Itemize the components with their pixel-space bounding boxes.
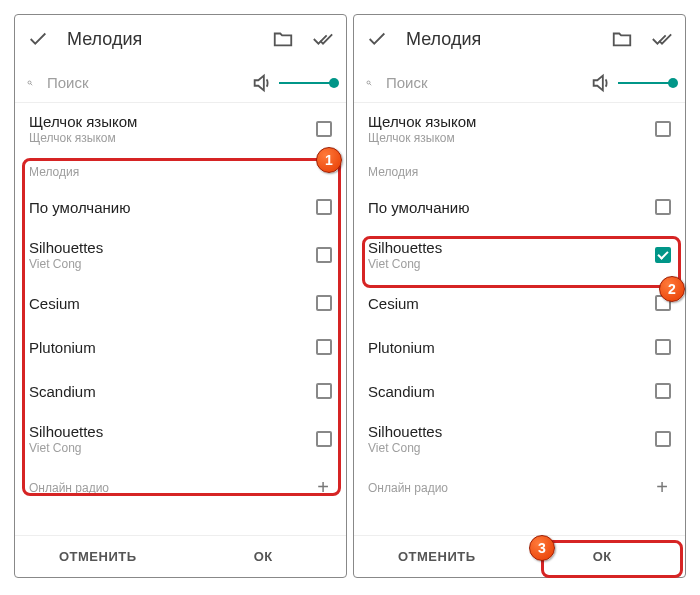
item-title: Silhouettes xyxy=(29,239,316,256)
plus-icon[interactable]: + xyxy=(314,476,332,499)
melody-list: Щелчок языком Щелчок языком Мелодия По у… xyxy=(354,103,685,535)
volume-icon xyxy=(251,72,273,94)
checkbox[interactable] xyxy=(655,383,671,399)
volume-icon xyxy=(590,72,612,94)
checkbox[interactable] xyxy=(316,295,332,311)
volume-slider[interactable] xyxy=(618,82,673,84)
search-input[interactable] xyxy=(47,74,237,91)
item-subtitle: Щелчок языком xyxy=(29,131,316,145)
section-label-melody: Мелодия xyxy=(354,155,685,185)
checkbox[interactable] xyxy=(316,431,332,447)
list-item[interactable]: По умолчанию xyxy=(15,185,346,229)
volume-control[interactable] xyxy=(251,72,334,94)
item-title: Silhouettes xyxy=(368,423,655,440)
topbar: Мелодия xyxy=(15,15,346,63)
list-item[interactable]: Silhouettes Viet Cong xyxy=(15,229,346,281)
list-item[interactable]: Scandium xyxy=(15,369,346,413)
volume-control[interactable] xyxy=(590,72,673,94)
item-title: По умолчанию xyxy=(29,199,316,216)
footer: ОТМЕНИТЬ ОК xyxy=(15,535,346,577)
item-subtitle: Щелчок языком xyxy=(368,131,655,145)
checkbox[interactable] xyxy=(316,199,332,215)
list-item[interactable]: Silhouettes Viet Cong xyxy=(354,413,685,465)
done-all-icon[interactable] xyxy=(312,28,334,50)
list-item[interactable]: Plutonium xyxy=(15,325,346,369)
checkbox[interactable] xyxy=(655,431,671,447)
search-icon[interactable] xyxy=(27,72,33,94)
item-title: Щелчок языком xyxy=(368,113,655,130)
check-icon[interactable] xyxy=(27,28,49,50)
list-item[interactable]: Cesium xyxy=(354,281,685,325)
searchbar xyxy=(354,63,685,103)
item-subtitle: Viet Cong xyxy=(29,441,316,455)
plus-icon[interactable]: + xyxy=(653,476,671,499)
footer: ОТМЕНИТЬ ОК xyxy=(354,535,685,577)
section-label-online: Онлайн радио xyxy=(368,481,653,495)
svg-point-0 xyxy=(28,81,31,84)
list-item[interactable]: Silhouettes Viet Cong xyxy=(15,413,346,465)
checkbox[interactable] xyxy=(316,339,332,355)
section-online-radio[interactable]: Онлайн радио + xyxy=(354,465,685,509)
checkbox[interactable] xyxy=(316,247,332,263)
item-title: Silhouettes xyxy=(368,239,655,256)
check-icon[interactable] xyxy=(366,28,388,50)
volume-slider[interactable] xyxy=(279,82,334,84)
search-icon[interactable] xyxy=(366,72,372,94)
item-title: Cesium xyxy=(29,295,316,312)
svg-line-3 xyxy=(370,83,372,85)
cancel-button[interactable]: ОТМЕНИТЬ xyxy=(15,536,181,577)
item-subtitle: Viet Cong xyxy=(368,441,655,455)
checkbox[interactable] xyxy=(655,199,671,215)
checkbox[interactable] xyxy=(655,295,671,311)
svg-line-1 xyxy=(31,83,33,85)
list-item[interactable]: Щелчок языком Щелчок языком xyxy=(354,103,685,155)
checkbox[interactable] xyxy=(316,383,332,399)
item-title: Silhouettes xyxy=(29,423,316,440)
ok-button[interactable]: ОК xyxy=(181,536,347,577)
checkbox[interactable] xyxy=(655,339,671,355)
list-item[interactable]: Щелчок языком Щелчок языком xyxy=(15,103,346,155)
done-all-icon[interactable] xyxy=(651,28,673,50)
list-item-selected[interactable]: Silhouettes Viet Cong xyxy=(354,229,685,281)
item-title: Scandium xyxy=(29,383,316,400)
section-label-online: Онлайн радио xyxy=(29,481,314,495)
section-online-radio[interactable]: Онлайн радио + xyxy=(15,465,346,509)
folder-icon[interactable] xyxy=(611,28,633,50)
screen-title: Мелодия xyxy=(67,29,254,50)
item-title: Cesium xyxy=(368,295,655,312)
phone-left: Мелодия Щелчок языком Щелчок языком Мело… xyxy=(14,14,347,578)
screen-title: Мелодия xyxy=(406,29,593,50)
item-title: По умолчанию xyxy=(368,199,655,216)
melody-list: Щелчок языком Щелчок языком Мелодия По у… xyxy=(15,103,346,535)
item-title: Plutonium xyxy=(29,339,316,356)
item-subtitle: Viet Cong xyxy=(29,257,316,271)
item-subtitle: Viet Cong xyxy=(368,257,655,271)
phone-right: Мелодия Щелчок языком Щелчок языком Мело… xyxy=(353,14,686,578)
checkbox[interactable] xyxy=(655,121,671,137)
searchbar xyxy=(15,63,346,103)
item-title: Щелчок языком xyxy=(29,113,316,130)
checkbox[interactable] xyxy=(316,121,332,137)
cancel-button[interactable]: ОТМЕНИТЬ xyxy=(354,536,520,577)
svg-point-2 xyxy=(367,81,370,84)
list-item[interactable]: Cesium xyxy=(15,281,346,325)
checkbox-checked[interactable] xyxy=(655,247,671,263)
list-item[interactable]: Plutonium xyxy=(354,325,685,369)
section-label-melody: Мелодия xyxy=(15,155,346,185)
list-item[interactable]: По умолчанию xyxy=(354,185,685,229)
topbar: Мелодия xyxy=(354,15,685,63)
ok-button[interactable]: ОК xyxy=(520,536,686,577)
item-title: Plutonium xyxy=(368,339,655,356)
list-item[interactable]: Scandium xyxy=(354,369,685,413)
folder-icon[interactable] xyxy=(272,28,294,50)
search-input[interactable] xyxy=(386,74,576,91)
item-title: Scandium xyxy=(368,383,655,400)
